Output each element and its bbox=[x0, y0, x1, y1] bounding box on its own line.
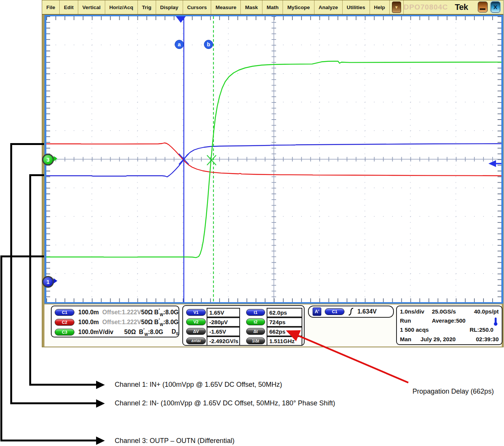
rising-edge-icon bbox=[348, 307, 354, 316]
average-count: Average:500 bbox=[432, 317, 466, 324]
svg-text:a: a bbox=[178, 41, 181, 47]
waveform-display: a b bbox=[44, 15, 503, 304]
channel2-readout: C2 100.0m Offset:1.222V 50Ω B′W:8.0G bbox=[52, 317, 179, 327]
trigger-level: 1.634V bbox=[357, 308, 377, 315]
channel1-scale: 100.0m bbox=[78, 309, 102, 316]
channel3-impedance: 50Ω bbox=[124, 329, 139, 336]
channel1-readout: C1 100.0m Offset:1.222V 50Ω B′W:8.0G bbox=[52, 307, 179, 317]
cursor-dt-badge: Δt bbox=[246, 328, 265, 335]
record-length: RL:250.0 bbox=[469, 326, 493, 333]
channel1-bandwidth: B′W:8.0G bbox=[154, 308, 179, 317]
channel2-bandwidth: B′W:8.0G bbox=[154, 318, 179, 327]
callout-line-ch2 bbox=[10, 143, 44, 145]
minimize-button[interactable] bbox=[478, 2, 487, 13]
resolution: 40.0ps/pt bbox=[474, 308, 499, 315]
menu-display[interactable]: Display bbox=[156, 0, 183, 14]
tek-logo: Tek bbox=[455, 2, 468, 12]
callout-arrow-ch1-icon bbox=[96, 381, 105, 389]
annotation-channel1: Channel 1: IN+ (100mVpp @ 1.65V DC Offse… bbox=[115, 381, 282, 389]
graticule-and-traces: a b bbox=[46, 16, 501, 302]
trigger-readout-panel: A' C1 1.634V bbox=[308, 306, 394, 318]
callout-line-ch3 bbox=[0, 440, 97, 441]
channel-settings-panel: C1 100.0m Offset:1.222V 50Ω B′W:8.0G C2 … bbox=[51, 306, 179, 337]
menu-math[interactable]: Math bbox=[262, 0, 283, 14]
cursor-v2-badge: V2 bbox=[186, 318, 206, 325]
menu-measure[interactable]: Measure bbox=[211, 0, 241, 14]
date: July 29, 2020 bbox=[420, 336, 456, 342]
channel1-offset: Offset:1.222V bbox=[102, 309, 141, 316]
cursor-a-label: a bbox=[175, 40, 184, 49]
menu-file[interactable]: File bbox=[42, 0, 60, 14]
close-icon: X bbox=[493, 4, 497, 10]
channel2-impedance: 50Ω bbox=[141, 319, 155, 326]
readout-strip: C1 100.0m Offset:1.222V 50Ω B′W:8.0G C2 … bbox=[44, 304, 502, 347]
channel2-scale: 100.0m bbox=[78, 319, 102, 326]
cursor-t1-badge: t1 bbox=[246, 309, 265, 316]
callout-line-ch3 bbox=[0, 255, 44, 257]
cursor-dv-badge: ΔV bbox=[186, 328, 206, 335]
menu-horiz-acq[interactable]: Horiz/Acq bbox=[105, 0, 138, 14]
callout-line-ch2 bbox=[10, 143, 12, 404]
menu-dropdown-button[interactable]: ▼ bbox=[392, 2, 401, 13]
page: File Edit Vertical Horiz/Acq Trig Displa… bbox=[0, 0, 504, 446]
cursor-v1-value: 1.65V bbox=[207, 308, 240, 317]
channel3-sampling-flag: DS bbox=[172, 328, 179, 336]
svg-text:b: b bbox=[207, 41, 210, 47]
channel2-offset: Offset:1.222V bbox=[102, 319, 141, 326]
trigger-channel-badge[interactable]: C1 bbox=[325, 308, 344, 315]
cursor-v2-value: -280µV bbox=[207, 317, 240, 327]
cursor-dvdt-value: -2.492GV/s bbox=[207, 336, 240, 346]
timebase-panel: 1.0ns/div 25.0GS/s 40.0ps/pt Run Average… bbox=[396, 306, 502, 345]
menu-bar: File Edit Vertical Horiz/Acq Trig Displa… bbox=[42, 0, 503, 15]
cursor-b-label: b bbox=[204, 40, 213, 49]
callout-arrow-ch3-icon bbox=[96, 437, 105, 445]
menu-cursors[interactable]: Cursors bbox=[183, 0, 212, 14]
menu-help[interactable]: Help bbox=[370, 0, 390, 14]
channel3-marker-arrow-icon bbox=[54, 156, 57, 161]
annotation-channel2: Channel 2: IN- (100mVpp @ 1.65V DC Offse… bbox=[115, 399, 335, 407]
cursor-1dt-badge: 1/Δt bbox=[246, 337, 265, 344]
minimize-icon bbox=[480, 8, 485, 10]
close-button[interactable]: X bbox=[491, 2, 500, 13]
callout-line-ch1 bbox=[29, 384, 97, 386]
channel1-position-marker[interactable]: 1 bbox=[42, 276, 54, 288]
channel2-badge[interactable]: C2 bbox=[55, 319, 74, 326]
model-watermark: DPO70804C bbox=[404, 3, 448, 11]
trigger-source-badge: A' bbox=[313, 307, 321, 316]
channel3-position-marker[interactable]: 3 bbox=[42, 154, 54, 165]
menu-analyze[interactable]: Analyze bbox=[314, 0, 343, 14]
thermometer-icon bbox=[493, 317, 498, 326]
annotation-propagation-delay: Propagation Delay (662ps) bbox=[412, 388, 494, 396]
menu-trig[interactable]: Trig bbox=[138, 0, 156, 14]
cursor-v1-badge: V1 bbox=[186, 309, 206, 316]
callout-arrow-ch2-icon bbox=[96, 399, 105, 408]
chevron-down-icon: ▼ bbox=[394, 5, 398, 9]
oscilloscope-window: File Edit Vertical Horiz/Acq Trig Displa… bbox=[42, 0, 504, 347]
channel3-badge[interactable]: C3 bbox=[55, 329, 74, 336]
channel3-scale: 100.0mV/div bbox=[78, 329, 124, 336]
callout-line-ch2 bbox=[10, 402, 97, 404]
menu-myscope[interactable]: MyScope bbox=[283, 0, 314, 14]
menu-vertical[interactable]: Vertical bbox=[78, 0, 105, 14]
cursor-dvdt-badge: ΔV/Δt bbox=[186, 337, 206, 344]
timebase-scale: 1.0ns/div bbox=[400, 308, 424, 315]
menu-utilities[interactable]: Utilities bbox=[343, 0, 370, 14]
propagation-delay-arrow-icon bbox=[279, 325, 412, 386]
cursor-dv-value: -1.65V bbox=[207, 327, 240, 336]
channel1-marker-arrow-icon bbox=[54, 278, 57, 284]
menu-mask[interactable]: Mask bbox=[241, 0, 262, 14]
cursor-t1-value: 62.0ps bbox=[267, 308, 302, 317]
channel3-bandwidth: B′W:8.0G bbox=[139, 328, 163, 337]
annotation-channel3: Channel 3: OUTP – OUTN (Differential) bbox=[115, 437, 234, 445]
cursor-t2-badge: t2 bbox=[246, 318, 265, 325]
callout-line-ch1 bbox=[29, 174, 31, 386]
menu-edit[interactable]: Edit bbox=[60, 0, 78, 14]
acquisition-state: Run bbox=[400, 317, 411, 324]
sample-rate: 25.0GS/s bbox=[432, 308, 456, 315]
channel1-badge[interactable]: C1 bbox=[55, 309, 74, 316]
channel3-readout: C3 100.0mV/div 50Ω B′W:8.0G DS bbox=[52, 327, 179, 337]
callout-line-ch3 bbox=[0, 255, 2, 441]
clock-time: 02:39:30 bbox=[476, 336, 499, 342]
callout-line-ch1 bbox=[29, 174, 44, 176]
channel1-impedance: 50Ω bbox=[141, 309, 155, 316]
